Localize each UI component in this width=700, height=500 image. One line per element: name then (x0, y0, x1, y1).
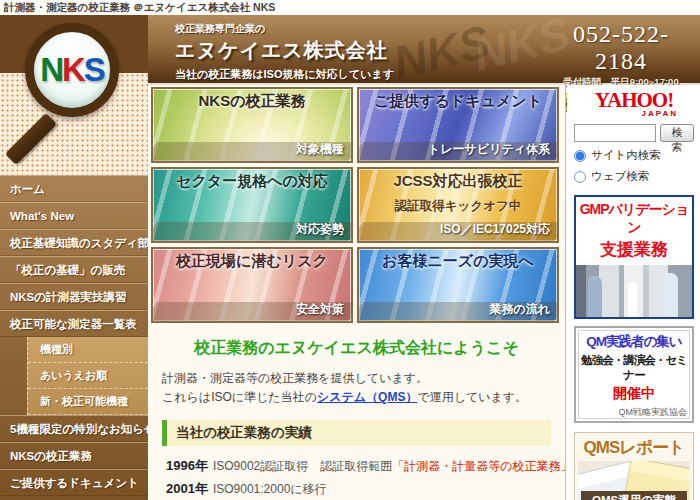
banner-documents[interactable]: ご提供するドキュメント トレーサビリティ体系 (357, 87, 559, 163)
intro-line2-pre: これらはISOに準じた当社の (162, 390, 317, 404)
nks-logo-text: NKS (40, 51, 104, 89)
logo-area: NKS (0, 15, 148, 175)
phone-number: 052-522-2184 (552, 21, 690, 75)
banner-sublabel: ISO／IEC17025対応 (440, 221, 550, 238)
banner-jcss[interactable]: JCSS対応出張校正 認証取得キックオフ中 ISO／IEC17025対応 (357, 167, 559, 243)
radio-web-search[interactable]: ウェブ検索 (574, 169, 694, 184)
banner-sublabel: 対応姿勢 (296, 221, 344, 238)
qm-banner-credit: QM戦略実践協会 (578, 406, 687, 419)
banner-grid: NKSの校正業務 対象機種 ご提供するドキュメント トレーサビリティ体系 セクタ… (148, 85, 565, 325)
gmp-banner-line1: GMPバリデーション (576, 201, 692, 237)
logo-letter-s: S (84, 51, 104, 88)
history-year: 1996年 (166, 458, 208, 473)
history-row: 1996年ISO9002認証取得 認証取得範囲「計測器・計量器等の校正業務」 (166, 457, 565, 475)
intro-line2-post: で運用しています。 (417, 390, 527, 404)
header-text-block: 校正業務専門企業の エヌケイエス株式会社 当社の校正業務はISO規格に対応してい… (175, 22, 394, 82)
main-content: NKSの校正業務 対象機種 ご提供するドキュメント トレーサビリティ体系 セクタ… (148, 85, 566, 500)
right-sidebar: YAHOO! JAPAN 検索 サイト内検索 ウェブ検索 GMPバリデーション … (567, 85, 700, 500)
history-year: 2001年 (166, 481, 208, 496)
banner-risk[interactable]: 校正現場に潜むリスク 安全対策 (151, 247, 353, 323)
radio-web-label: ウェブ検索 (591, 169, 649, 184)
banner-customer-needs[interactable]: お客様ニーズの実現へ 業務の流れ (357, 247, 559, 323)
sidebar-item-training[interactable]: NKSの計測器実技講習 (0, 283, 148, 310)
banner-sublabel: 安全対策 (296, 301, 344, 318)
banner-sublabel: 業務の流れ (489, 301, 550, 318)
header-subtitle: 当社の校正業務はISO規格に対応しています (175, 67, 394, 82)
sidebar-item-documents[interactable]: ご提供するドキュメント (0, 469, 148, 496)
banner-title: お客様ニーズの実現へ (359, 252, 557, 271)
history-text: ISO9002認証取得 認証取得範囲 (213, 459, 392, 473)
history-highlight: 「計測器・計量器等の校正業務」 (392, 459, 566, 473)
yahoo-logo[interactable]: YAHOO! JAPAN (574, 88, 694, 118)
sidebar-item-instrument-list[interactable]: 校正可能な測定器一覧表 (0, 310, 148, 337)
banner-title: NKSの校正業務 (153, 92, 351, 111)
nks-magnifier-logo[interactable]: NKS (25, 23, 119, 117)
company-name: エヌケイエス株式会社 (175, 37, 394, 64)
gmp-validation-banner[interactable]: GMPバリデーション 支援業務 (574, 195, 694, 319)
search-input[interactable] (574, 124, 656, 142)
radio-unselected-icon[interactable] (574, 171, 586, 183)
banner-title: JCSS対応出張校正 (359, 172, 557, 191)
sidebar-subitem-aiueo[interactable]: あいうえお順 (28, 363, 148, 389)
qm-banner-line2: 勉強会・講演会・セミナー (578, 353, 690, 383)
sidebar-subitem-new-models[interactable]: 新・校正可能機種 (28, 389, 148, 415)
banner-title: 校正現場に潜むリスク (153, 252, 351, 271)
sidebar-item-basics-sales[interactable]: 「校正の基礎」の販売 (0, 256, 148, 283)
sidebar-item-home[interactable]: ホーム (0, 175, 148, 202)
qm-practitioners-banner[interactable]: QM実践者の集い 勉強会・講演会・セミナー 開催中 QM戦略実践協会 (574, 326, 694, 423)
logo-letter-n: N (40, 51, 62, 88)
cleanroom-photo (576, 265, 692, 317)
sidebar-item-study-room[interactable]: 校正基礎知識のスタディ部屋 (0, 229, 148, 256)
header-tagline: 校正業務専門企業の (175, 22, 394, 36)
qms-report-banner[interactable]: QMSレポート QMS運用の実態 全て見せます! (574, 432, 694, 500)
qm-banner-status: 開催中 (578, 385, 690, 403)
sidebar-nav: ホーム What's New 校正基礎知識のスタディ部屋 「校正の基礎」の販売 … (0, 175, 148, 500)
banner-sublabel: 対象機種 (296, 141, 344, 158)
sidebar-submenu: 機種別 あいうえお順 新・校正可能機種 (27, 337, 148, 415)
banner-sector-standards[interactable]: セクター規格への対応 対応姿勢 (151, 167, 353, 243)
qm-banner-title: QM実践者の集い (578, 333, 690, 351)
history-text: ISO9001:2000に移行 (213, 482, 327, 496)
banner-sublabel: トレーサビリティ体系 (428, 141, 550, 158)
sidebar-subitem-by-model[interactable]: 機種別 (28, 337, 148, 363)
qms-banner-title: QMSレポート (578, 436, 690, 459)
qms-system-link[interactable]: システム（QMS） (317, 390, 417, 404)
radio-site-label: サイト内検索 (591, 148, 661, 163)
gmp-banner-line2: 支援業務 (576, 238, 692, 261)
banner-calibration-services[interactable]: NKSの校正業務 対象機種 (151, 87, 353, 163)
banner-title: セクター規格への対応 (153, 172, 351, 191)
banner-title: ご提供するドキュメント (359, 92, 557, 111)
sidebar-item-calibration[interactable]: NKSの校正業務 (0, 442, 148, 469)
qms-banner-caption: QMS運用の実態 全て見せます! (581, 491, 687, 500)
sidebar-item-whats-new[interactable]: What's New (0, 202, 148, 229)
banner-midlabel: 認証取得キックオフ中 (359, 198, 557, 215)
welcome-heading: 校正業務のエヌケイエス株式会社にようこそ (148, 338, 565, 359)
intro-paragraph: 計測器・測定器等の校正業務を提供しています。 これらはISOに準じた当社のシステ… (162, 369, 565, 407)
sidebar-item-special-notice[interactable]: 5機種限定の特別なお知らせ (0, 415, 148, 442)
intro-line1: 計測器・測定器等の校正業務を提供しています。 (162, 371, 428, 385)
qms-caption-line1: QMS運用の実態 (592, 494, 676, 500)
section-header-achievements: 当社の校正業務の実績 (162, 420, 551, 446)
history-row: 2001年ISO9001:2000に移行 (166, 480, 565, 498)
page-title-bar: 計測器・測定器の校正業務 ＠エヌケイエス株式会社 NKS (0, 0, 700, 15)
logo-letter-k: K (62, 51, 84, 88)
nks-watermark: NKS (388, 14, 495, 90)
search-button[interactable]: 検索 (660, 124, 694, 142)
radio-selected-icon[interactable] (574, 150, 586, 162)
